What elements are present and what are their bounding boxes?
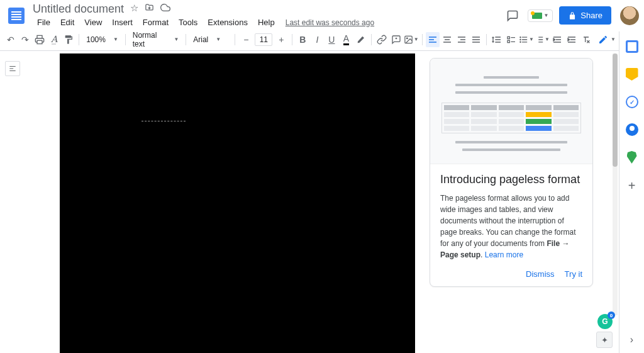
info-title: Introducing pageless format — [440, 173, 582, 186]
outline-toggle-button[interactable] — [5, 61, 20, 76]
text-color-button[interactable]: A — [339, 32, 353, 47]
menu-tools[interactable]: Tools — [174, 16, 202, 28]
editing-mode-button[interactable]: ▼ — [594, 33, 619, 46]
tasks-icon[interactable] — [626, 96, 638, 108]
last-edit-link[interactable]: Last edit was seconds ago — [286, 18, 374, 27]
share-button[interactable]: Share — [559, 6, 611, 25]
menu-help[interactable]: Help — [253, 16, 279, 28]
svg-rect-3 — [508, 40, 509, 42]
explore-button[interactable]: ✦ — [596, 332, 613, 348]
app-header: Untitled document ☆ File Edit View Inser… — [0, 0, 644, 28]
font-size-input[interactable]: 11 — [255, 33, 272, 46]
redo-button[interactable]: ↷ — [18, 32, 32, 47]
image-button[interactable]: ▼ — [404, 32, 419, 47]
info-illustration — [430, 59, 592, 164]
menu-extensions[interactable]: Extensions — [203, 16, 252, 28]
title-area: Untitled document ☆ File Edit View Inser… — [33, 3, 504, 28]
increase-font-button[interactable]: + — [274, 32, 289, 47]
caret-down-icon: ▼ — [611, 36, 616, 42]
cursor-line — [142, 121, 186, 121]
decrease-font-button[interactable]: − — [238, 32, 253, 47]
align-justify-button[interactable] — [469, 32, 483, 47]
grammarly-badge: 0 — [608, 311, 615, 319]
calendar-icon[interactable] — [626, 40, 638, 53]
italic-button[interactable]: I — [310, 32, 324, 47]
clear-formatting-button[interactable] — [579, 32, 593, 47]
undo-button[interactable]: ↶ — [4, 32, 18, 47]
try-it-button[interactable]: Try it — [565, 269, 582, 279]
menu-view[interactable]: View — [80, 16, 106, 28]
meet-button[interactable]: ▼ — [528, 9, 553, 22]
pen-icon — [598, 35, 608, 45]
menu-format[interactable]: Format — [138, 16, 173, 28]
link-button[interactable] — [375, 32, 389, 47]
contacts-icon[interactable] — [626, 123, 638, 136]
decrease-indent-button[interactable] — [550, 32, 564, 47]
info-text: The pageless format allows you to add wi… — [440, 193, 582, 261]
share-label: Share — [580, 11, 602, 20]
bulleted-list-button[interactable]: ▼ — [519, 32, 534, 47]
keep-icon[interactable] — [626, 68, 638, 81]
style-dropdown[interactable]: Normal text▼ — [129, 30, 183, 50]
comment-button[interactable] — [389, 32, 403, 47]
header-right: ▼ Share — [504, 6, 639, 25]
align-right-button[interactable] — [455, 32, 469, 47]
bold-button[interactable]: B — [296, 32, 309, 47]
dismiss-button[interactable]: Dismiss — [526, 269, 555, 279]
grammarly-icon[interactable]: G0 — [597, 314, 613, 329]
align-center-button[interactable] — [440, 32, 454, 47]
menu-insert[interactable]: Insert — [108, 16, 137, 28]
font-dropdown[interactable]: Arial▼ — [189, 34, 231, 45]
spellcheck-button[interactable]: A̲ — [47, 32, 61, 47]
user-avatar[interactable] — [620, 6, 639, 25]
learn-more-link[interactable]: Learn more — [485, 250, 523, 259]
underline-button[interactable]: U — [325, 32, 338, 47]
print-button[interactable] — [33, 32, 47, 47]
paint-format-button[interactable] — [62, 32, 75, 47]
svg-point-5 — [520, 39, 521, 40]
increase-indent-button[interactable] — [565, 32, 579, 47]
comment-history-icon[interactable] — [504, 7, 521, 25]
document-page[interactable] — [60, 53, 415, 353]
document-title[interactable]: Untitled document — [33, 3, 124, 15]
zoom-dropdown[interactable]: 100%▼ — [82, 34, 122, 45]
caret-down-icon: ▼ — [543, 13, 548, 18]
menu-file[interactable]: File — [33, 16, 55, 28]
svg-point-4 — [520, 36, 521, 37]
meet-camera-icon — [532, 13, 542, 19]
cloud-status-icon[interactable] — [160, 3, 170, 14]
checklist-button[interactable] — [504, 32, 518, 47]
menu-edit[interactable]: Edit — [56, 16, 79, 28]
maps-icon[interactable] — [627, 151, 637, 164]
highlight-button[interactable] — [354, 32, 368, 47]
vertical-scrollbar[interactable] — [613, 53, 618, 315]
svg-point-6 — [520, 42, 521, 42]
numbered-list-button[interactable]: ▼ — [535, 32, 550, 47]
docs-logo[interactable] — [5, 4, 28, 27]
outline-panel — [0, 51, 25, 353]
lock-icon — [568, 11, 577, 20]
right-side-panel: + › — [619, 31, 644, 353]
svg-rect-2 — [508, 36, 509, 38]
pageless-info-panel: Introducing pageless format The pageless… — [430, 58, 593, 287]
svg-point-1 — [406, 37, 408, 38]
docs-logo-icon — [8, 8, 25, 24]
scrollbar-thumb[interactable] — [613, 53, 618, 167]
move-icon[interactable] — [145, 3, 154, 14]
add-apps-icon[interactable]: + — [626, 179, 638, 193]
collapse-side-panel-icon[interactable]: › — [630, 334, 633, 345]
line-spacing-button[interactable] — [490, 32, 504, 47]
align-left-button[interactable] — [426, 32, 440, 47]
toolbar: ↶ ↷ A̲ 100%▼ Normal text▼ Arial▼ − 11 + … — [0, 28, 644, 51]
menu-bar: File Edit View Insert Format Tools Exten… — [33, 16, 504, 28]
star-icon[interactable]: ☆ — [130, 3, 138, 14]
